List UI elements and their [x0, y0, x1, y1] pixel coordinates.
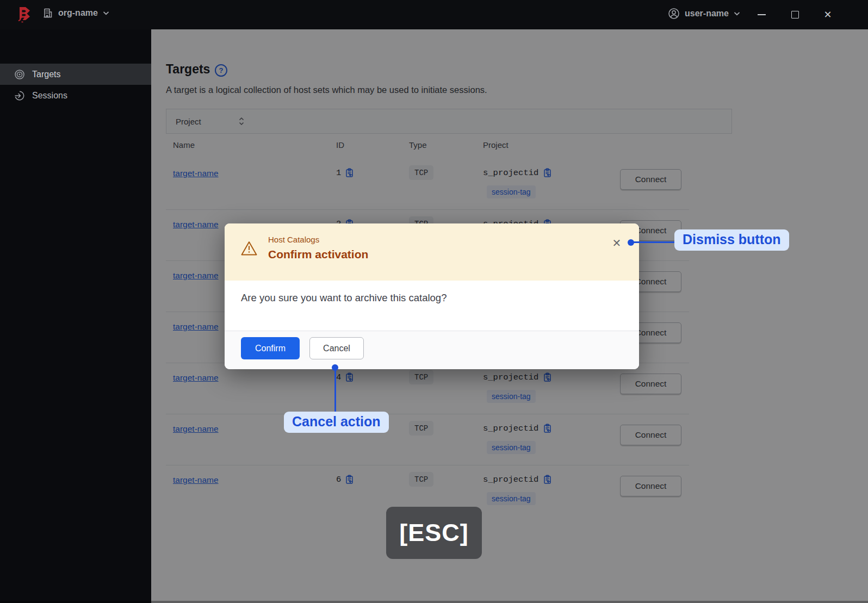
- modal-eyebrow: Host Catalogs: [268, 235, 319, 244]
- user-name-label: user-name: [685, 9, 729, 18]
- boundary-logo-icon: [16, 6, 33, 23]
- window-close-button[interactable]: ✕: [816, 0, 840, 29]
- user-menu[interactable]: user-name: [668, 8, 740, 20]
- sidebar-item-label: Sessions: [32, 91, 67, 101]
- esc-key-label: [ESC]: [399, 519, 469, 547]
- warning-triangle-icon: [240, 240, 258, 257]
- sidebar-item-sessions[interactable]: Sessions: [0, 85, 151, 106]
- person-circle-icon: [668, 8, 680, 20]
- close-icon: ✕: [823, 9, 832, 21]
- building-icon: [42, 8, 53, 18]
- org-switcher[interactable]: org-name: [42, 8, 109, 18]
- modal-close-button[interactable]: ✕: [609, 235, 624, 251]
- esc-key-badge: [ESC]: [386, 507, 482, 559]
- cancel-annotation-line: [334, 370, 336, 412]
- top-bar: org-name user-name ✕: [0, 0, 868, 29]
- modal-footer: Confirm Cancel: [225, 331, 639, 369]
- window-maximize-button[interactable]: [783, 0, 807, 29]
- app-window: org-name user-name ✕ Targets: [0, 0, 868, 603]
- cancel-button[interactable]: Cancel: [309, 337, 364, 359]
- minimize-icon: [758, 14, 766, 15]
- close-icon: ✕: [612, 237, 622, 249]
- cancel-annotation-label: Cancel action: [284, 412, 389, 433]
- confirm-button[interactable]: Confirm: [241, 337, 300, 359]
- chevron-down-icon: [103, 11, 109, 15]
- window-minimize-button[interactable]: [749, 0, 773, 29]
- modal-title: Confirm activation: [268, 248, 368, 261]
- maximize-icon: [791, 11, 799, 18]
- bullseye-icon: [14, 69, 25, 80]
- modal-message: Are you sure you want to archive this ca…: [241, 292, 447, 304]
- org-name-label: org-name: [58, 8, 98, 18]
- window-bottom-edge: [0, 601, 868, 603]
- dismiss-annotation-label: Dismiss button: [674, 229, 789, 251]
- chevron-down-icon: [734, 11, 740, 16]
- confirm-modal: Host Catalogs Confirm activation ✕ Are y…: [225, 223, 639, 369]
- sidebar: Targets Sessions: [0, 29, 151, 603]
- sidebar-item-targets[interactable]: Targets: [0, 64, 151, 85]
- modal-header: Host Catalogs Confirm activation ✕: [225, 223, 639, 281]
- sign-in-arrow-icon: [14, 90, 25, 101]
- dismiss-annotation-line: [631, 241, 677, 243]
- sidebar-item-label: Targets: [32, 70, 60, 79]
